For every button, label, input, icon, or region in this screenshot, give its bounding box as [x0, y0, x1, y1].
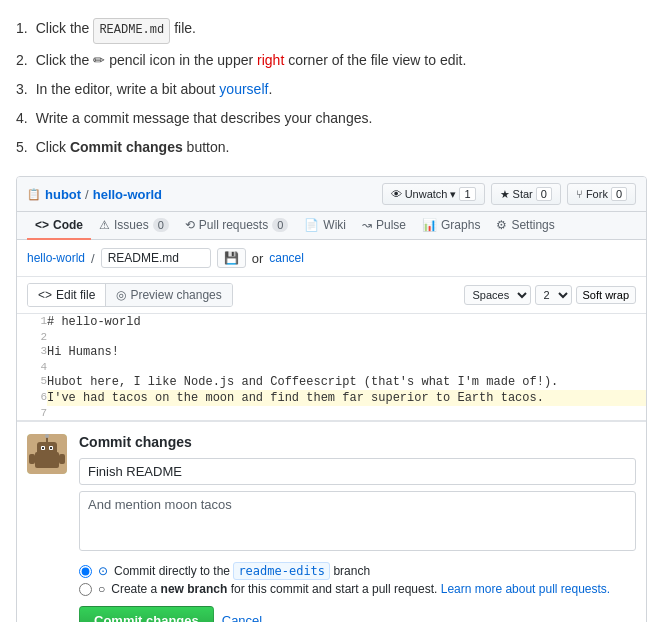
learn-more-link[interactable]: Learn more about pull requests. — [441, 582, 610, 596]
watch-dropdown-icon: ▾ — [450, 188, 456, 201]
radio-direct-icon: ⊙ — [98, 564, 108, 578]
star-button[interactable]: ★ Star 0 — [491, 183, 561, 205]
save-icon: 💾 — [224, 251, 239, 265]
fork-icon: ⑂ — [576, 188, 583, 200]
radio-direct-commit[interactable]: ⊙ Commit directly to the readme-edits br… — [79, 564, 636, 578]
cancel-link[interactable]: cancel — [269, 251, 304, 265]
readme-badge: README.md — [93, 18, 170, 44]
indent-mode-select[interactable]: Spaces Tabs — [464, 285, 531, 305]
save-icon-button[interactable]: 💾 — [217, 248, 246, 268]
tab-edit-file[interactable]: <> Edit file — [28, 284, 106, 306]
tab-issues-label: Issues — [114, 218, 149, 232]
commit-changes-button[interactable]: Commit changes — [79, 606, 214, 622]
svg-rect-10 — [59, 454, 65, 464]
edit-icon: <> — [38, 288, 52, 302]
editor-tabs: <> Edit file ◎ Preview changes Spaces Ta… — [17, 277, 646, 314]
github-panel: 📋 hubot / hello-world 👁 Unwatch ▾ 1 ★ St… — [16, 176, 647, 622]
cancel-button[interactable]: Cancel — [222, 613, 262, 622]
tab-pull-requests[interactable]: ⟲ Pull requests 0 — [177, 212, 297, 240]
step-3-text: In the editor, write a bit about yoursel… — [36, 77, 273, 102]
line-number: 2 — [17, 330, 47, 344]
commit-description-textarea[interactable]: And mention moon tacos — [79, 491, 636, 551]
step-3-yourself: yourself — [219, 81, 268, 97]
line-number: 4 — [17, 360, 47, 374]
step-1-before: Click the — [36, 16, 90, 41]
tab-wiki-label: Wiki — [323, 218, 346, 232]
step-1-after: file. — [174, 16, 196, 41]
table-row: 4 — [17, 360, 646, 374]
table-row: 5Hubot here, I like Node.js and Coffeesc… — [17, 374, 646, 390]
tab-preview-changes[interactable]: ◎ Preview changes — [106, 284, 231, 306]
commit-buttons: Commit changes Cancel — [79, 606, 636, 622]
radio-new-branch-input[interactable] — [79, 583, 92, 596]
tab-code[interactable]: <> Code — [27, 212, 91, 240]
avatar-image — [27, 434, 67, 474]
or-text: or — [252, 251, 264, 266]
step-5-text: Click Commit changes button. — [36, 135, 230, 160]
step-2-text: Click the ✏ pencil icon in the upper rig… — [36, 48, 467, 73]
wiki-icon: 📄 — [304, 218, 319, 232]
watch-button[interactable]: 👁 Unwatch ▾ 1 — [382, 183, 485, 205]
svg-rect-6 — [50, 447, 52, 449]
svg-rect-2 — [37, 442, 57, 456]
step-1: Click the README.md file. — [16, 16, 647, 44]
line-number: 7 — [17, 406, 47, 420]
repo-owner[interactable]: hubot — [45, 187, 81, 202]
tab-issues[interactable]: ⚠ Issues 0 — [91, 212, 177, 240]
watch-label: Unwatch — [405, 188, 448, 200]
repo-name[interactable]: hello-world — [93, 187, 162, 202]
branch-name-badge: readme-edits — [233, 562, 330, 580]
new-branch-bold: new branch — [161, 582, 228, 596]
step-4-text: Write a commit message that describes yo… — [36, 106, 373, 131]
repo-header: 📋 hubot / hello-world 👁 Unwatch ▾ 1 ★ St… — [17, 177, 646, 212]
pr-count: 0 — [272, 218, 288, 232]
watch-count: 1 — [459, 187, 475, 201]
soft-wrap-label: Soft wrap — [583, 289, 629, 301]
issues-icon: ⚠ — [99, 218, 110, 232]
tab-graphs[interactable]: 📊 Graphs — [414, 212, 488, 240]
line-code: Hubot here, I like Node.js and Coffeescr… — [47, 374, 646, 390]
soft-wrap-button[interactable]: Soft wrap — [576, 286, 636, 304]
table-row: 2 — [17, 330, 646, 344]
line-number: 5 — [17, 374, 47, 390]
tab-graphs-label: Graphs — [441, 218, 480, 232]
indent-size-select[interactable]: 2 4 — [535, 285, 572, 305]
fork-label: Fork — [586, 188, 608, 200]
table-row: 6I've had tacos on the moon and find the… — [17, 390, 646, 406]
line-code — [47, 360, 646, 374]
svg-rect-5 — [42, 447, 44, 449]
radio-new-branch[interactable]: ○ Create a new branch for this commit an… — [79, 582, 636, 596]
step-5: Click Commit changes button. — [16, 135, 647, 160]
commit-title: Commit changes — [79, 434, 636, 450]
star-label: Star — [513, 188, 533, 200]
svg-point-8 — [45, 434, 49, 438]
step-4: Write a commit message that describes yo… — [16, 106, 647, 131]
repo-nav: <> Code ⚠ Issues 0 ⟲ Pull requests 0 📄 W… — [17, 212, 646, 240]
commit-summary-input[interactable] — [79, 458, 636, 485]
preview-icon: ◎ — [116, 288, 126, 302]
line-code: Hi Humans! — [47, 344, 646, 360]
tab-settings[interactable]: ⚙ Settings — [488, 212, 562, 240]
step-3: In the editor, write a bit about yoursel… — [16, 77, 647, 102]
code-editor[interactable]: 1# hello-world23Hi Humans!45Hubot here, … — [17, 314, 646, 421]
tab-settings-label: Settings — [511, 218, 554, 232]
tab-code-label: Code — [53, 218, 83, 232]
filename-input[interactable] — [101, 248, 211, 268]
repo-separator: / — [85, 187, 89, 202]
breadcrumb-repo-link[interactable]: hello-world — [27, 251, 85, 265]
line-code — [47, 330, 646, 344]
tab-pulse[interactable]: ↝ Pulse — [354, 212, 414, 240]
fork-button[interactable]: ⑂ Fork 0 — [567, 183, 636, 205]
table-row: 3Hi Humans! — [17, 344, 646, 360]
file-breadcrumb: hello-world / 💾 or cancel — [17, 240, 646, 277]
code-icon: <> — [35, 218, 49, 232]
tab-pr-label: Pull requests — [199, 218, 268, 232]
repo-actions: 👁 Unwatch ▾ 1 ★ Star 0 ⑂ Fork 0 — [382, 183, 636, 205]
star-icon: ★ — [500, 188, 510, 201]
step-2: Click the ✏ pencil icon in the upper rig… — [16, 48, 647, 73]
tab-wiki[interactable]: 📄 Wiki — [296, 212, 354, 240]
editor-tab-group: <> Edit file ◎ Preview changes — [27, 283, 233, 307]
step-2-right: right — [257, 52, 284, 68]
settings-icon: ⚙ — [496, 218, 507, 232]
radio-direct-input[interactable] — [79, 565, 92, 578]
